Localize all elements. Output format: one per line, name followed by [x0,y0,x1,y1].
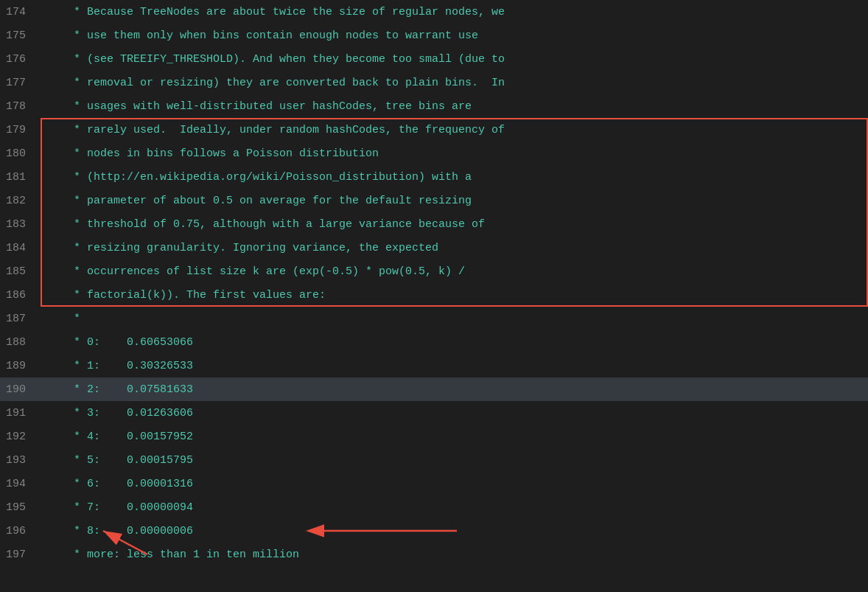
code-line: 191 * 3: 0.01263606 [0,401,868,425]
code-line: 197 * more: less than 1 in ten million [0,543,868,566]
line-number: 184 [0,242,41,254]
code-line: 179 * rarely used. Ideally, under random… [0,118,868,142]
line-content: * 2: 0.07581633 [41,383,193,396]
line-number: 193 [0,454,41,467]
line-content: * Because TreeNodes are about twice the … [41,6,505,18]
line-number: 191 [0,407,41,419]
line-content: * 5: 0.00015795 [41,454,193,467]
code-line: 195 * 7: 0.00000094 [0,495,868,519]
code-line: 176 * (see TREEIFY_THRESHOLD). And when … [0,47,868,71]
line-content: * resizing granularity. Ignoring varianc… [41,242,438,254]
line-content: * 8: 0.00000006 [41,525,193,537]
code-line: 193 * 5: 0.00015795 [0,448,868,472]
line-content: * factorial(k)). The first values are: [41,289,326,302]
line-content: * 4: 0.00157952 [41,431,193,443]
line-content: * 3: 0.01263606 [41,407,193,419]
line-content: * 0: 0.60653066 [41,336,193,349]
code-line: 183 * threshold of 0.75, although with a… [0,212,868,236]
code-line: 192 * 4: 0.00157952 [0,425,868,448]
code-line: 185 * occurrences of list size k are (ex… [0,260,868,283]
code-line: 189 * 1: 0.30326533 [0,354,868,377]
line-number: 180 [0,147,41,160]
line-number: 176 [0,53,41,66]
line-number: 183 [0,218,41,231]
code-line: 178 * usages with well-distributed user … [0,94,868,118]
code-line: 188 * 0: 0.60653066 [0,330,868,354]
code-line: 175 * use them only when bins contain en… [0,24,868,47]
line-content: * (http://en.wikipedia.org/wiki/Poisson_… [41,171,472,184]
line-content: * (see TREEIFY_THRESHOLD). And when they… [41,53,505,66]
line-number: 196 [0,525,41,537]
line-content: * parameter of about 0.5 on average for … [41,195,472,207]
code-editor: 174 * Because TreeNodes are about twice … [0,0,868,592]
line-number: 175 [0,29,41,42]
line-number: 192 [0,431,41,443]
code-line: 182 * parameter of about 0.5 on average … [0,189,868,212]
line-content: * usages with well-distributed user hash… [41,100,472,113]
line-number: 179 [0,124,41,136]
code-line: 187 * [0,307,868,330]
code-line: 190 * 2: 0.07581633 [0,377,868,401]
code-line: 196 * 8: 0.00000006 [0,519,868,543]
code-line: 174 * Because TreeNodes are about twice … [0,0,868,24]
line-content: * more: less than 1 in ten million [41,549,299,561]
line-content: * [41,313,80,325]
code-line: 186 * factorial(k)). The first values ar… [0,283,868,307]
line-content: * rarely used. Ideally, under random has… [41,124,505,136]
line-content: * 6: 0.00001316 [41,478,193,490]
code-line: 181 * (http://en.wikipedia.org/wiki/Pois… [0,165,868,189]
line-number: 197 [0,549,41,561]
code-line: 180 * nodes in bins follows a Poisson di… [0,142,868,165]
line-number: 187 [0,313,41,325]
line-number: 190 [0,383,41,396]
line-content: * threshold of 0.75, although with a lar… [41,218,485,231]
line-number: 186 [0,289,41,302]
line-content: * nodes in bins follows a Poisson distri… [41,147,379,160]
line-number: 189 [0,360,41,372]
line-content: * use them only when bins contain enough… [41,29,478,42]
line-number: 181 [0,171,41,184]
line-number: 177 [0,77,41,89]
line-number: 178 [0,100,41,113]
line-content: * 1: 0.30326533 [41,360,193,372]
line-number: 188 [0,336,41,349]
line-content: * 7: 0.00000094 [41,501,193,514]
code-line: 194 * 6: 0.00001316 [0,472,868,495]
line-number: 195 [0,501,41,514]
line-content: * removal or resizing) they are converte… [41,77,505,89]
code-line: 177 * removal or resizing) they are conv… [0,71,868,94]
line-number: 174 [0,6,41,18]
line-content: * occurrences of list size k are (exp(-0… [41,265,465,278]
line-number: 185 [0,265,41,278]
code-line: 184 * resizing granularity. Ignoring var… [0,236,868,260]
line-number: 194 [0,478,41,490]
line-number: 182 [0,195,41,207]
